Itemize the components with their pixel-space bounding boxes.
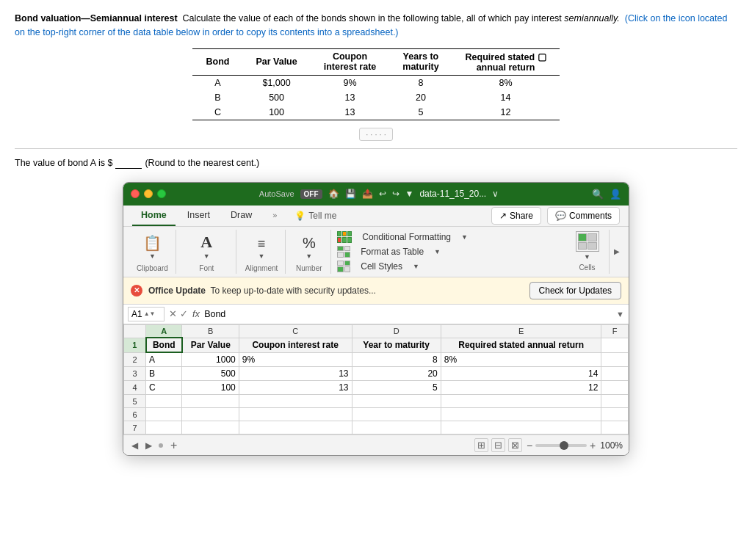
col-header-f[interactable]: F	[601, 324, 629, 338]
tab-draw[interactable]: Draw	[222, 206, 261, 226]
cell-a1[interactable]: Bond	[146, 338, 182, 352]
customize-icon[interactable]: ▼	[405, 189, 414, 199]
conditional-formatting-dropdown[interactable]: ▼	[461, 233, 468, 241]
cell-b1[interactable]: Par Value	[182, 338, 239, 352]
tab-more[interactable]: »	[264, 206, 286, 225]
alignment-dropdown[interactable]: ▼	[258, 252, 265, 260]
cell-e2[interactable]: 8%	[441, 352, 601, 367]
cell-d4[interactable]: 5	[352, 381, 441, 395]
search-icon[interactable]: 🔍	[592, 189, 604, 200]
cell-b5[interactable]	[182, 395, 239, 408]
minimize-button[interactable]	[144, 189, 153, 198]
col-header-d[interactable]: D	[352, 324, 441, 338]
alignment-button[interactable]: ≡ ▼	[255, 235, 269, 261]
clipboard-dropdown[interactable]: ▼	[149, 252, 156, 260]
tab-home[interactable]: Home	[132, 206, 176, 226]
maximize-button[interactable]	[157, 189, 166, 198]
update-bar-close-button[interactable]: ✕	[131, 285, 142, 297]
cell-styles-dropdown[interactable]: ▼	[413, 263, 419, 270]
col-header-c[interactable]: C	[239, 324, 352, 338]
comments-button[interactable]: 💬 Comments	[547, 207, 620, 225]
cell-f4[interactable]	[601, 381, 629, 395]
confirm-formula-icon[interactable]: ✓	[180, 308, 188, 319]
add-sheet-button[interactable]: +	[167, 439, 180, 452]
formula-bar-expand-icon[interactable]: ▼	[616, 310, 624, 319]
cell-b7[interactable]	[182, 421, 239, 434]
cell-e5[interactable]	[441, 395, 601, 408]
sheet-prev-icon[interactable]: ◀	[129, 440, 140, 451]
zoom-out-button[interactable]: −	[527, 440, 532, 451]
cell-f2[interactable]	[601, 352, 629, 367]
cell-a4[interactable]: C	[146, 381, 182, 395]
redo-icon[interactable]: ↪	[392, 189, 400, 199]
cell-c4[interactable]: 13	[239, 381, 352, 395]
cell-styles-button[interactable]: Cell Styles	[356, 260, 407, 273]
cell-f1[interactable]	[601, 338, 629, 352]
font-dropdown[interactable]: ▼	[203, 252, 210, 260]
user-icon[interactable]: 👤	[610, 189, 621, 200]
undo-icon[interactable]: ↩	[379, 189, 386, 199]
share-button[interactable]: ↗ Share	[491, 207, 541, 225]
cell-c7[interactable]	[239, 421, 352, 434]
cell-c1[interactable]: Coupon interest rate	[239, 338, 352, 352]
save-icon[interactable]: 💾	[345, 189, 356, 199]
cells-dropdown[interactable]: ▼	[584, 253, 590, 261]
cell-b4[interactable]: 100	[182, 381, 239, 395]
tell-me[interactable]: 💡 Tell me	[294, 211, 336, 221]
cell-e1[interactable]: Required stated annual return	[441, 338, 601, 352]
cell-c6[interactable]	[239, 408, 352, 421]
clipboard-button[interactable]: 📋 ▼	[140, 233, 164, 261]
cell-d7[interactable]	[352, 421, 441, 434]
cell-reference-box[interactable]: A1 ▲▼	[128, 307, 164, 321]
format-table-dropdown[interactable]: ▼	[434, 248, 441, 255]
number-dropdown[interactable]: ▼	[306, 252, 312, 260]
normal-view-icon[interactable]: ⊞	[474, 438, 488, 452]
tab-insert[interactable]: Insert	[178, 206, 219, 226]
cell-c3[interactable]: 13	[239, 367, 352, 381]
col-header-b[interactable]: B	[182, 324, 239, 338]
cell-b6[interactable]	[182, 408, 239, 421]
cell-e6[interactable]	[441, 408, 601, 421]
col-header-a[interactable]: A	[146, 324, 182, 338]
home-icon[interactable]: 🏠	[328, 189, 339, 199]
autosave-toggle[interactable]: OFF	[300, 189, 322, 199]
font-button[interactable]: A ▼	[198, 231, 215, 261]
cell-c2[interactable]: 9%	[239, 352, 352, 367]
cell-d2[interactable]: 8	[352, 352, 441, 367]
cell-d6[interactable]	[352, 408, 441, 421]
cell-a7[interactable]	[146, 421, 182, 434]
sheet-next-icon[interactable]: ▶	[143, 440, 154, 451]
zoom-in-button[interactable]: +	[590, 440, 596, 451]
copy-spreadsheet-icon[interactable]: · · · · ·	[359, 128, 393, 141]
cell-a3[interactable]: B	[146, 367, 182, 381]
ribbon-expand[interactable]: ▶	[611, 230, 623, 274]
share2-icon[interactable]: 📤	[362, 189, 373, 199]
cell-d3[interactable]: 20	[352, 367, 441, 381]
cell-e4[interactable]: 12	[441, 381, 601, 395]
conditional-formatting-button[interactable]: Conditional Formatting	[358, 230, 455, 244]
cell-a2[interactable]: A	[146, 352, 182, 367]
cell-a5[interactable]	[146, 395, 182, 408]
check-updates-button[interactable]: Check for Updates	[529, 282, 621, 299]
cell-e7[interactable]	[441, 421, 601, 434]
format-as-table-button[interactable]: Format as Table	[356, 245, 428, 258]
cell-f7[interactable]	[601, 421, 629, 434]
cell-a6[interactable]	[146, 408, 182, 421]
zoom-slider[interactable]	[535, 444, 587, 447]
cell-f6[interactable]	[601, 408, 629, 421]
page-break-icon[interactable]: ⊠	[508, 438, 522, 452]
page-layout-icon[interactable]: ⊟	[491, 438, 505, 452]
cell-c5[interactable]	[239, 395, 352, 408]
col-header-e[interactable]: E	[441, 324, 601, 338]
cell-d1[interactable]: Year to maturity	[352, 338, 441, 352]
cell-e3[interactable]: 14	[441, 367, 601, 381]
cell-b2[interactable]: 1000	[182, 352, 239, 367]
cell-f5[interactable]	[601, 395, 629, 408]
close-button[interactable]	[131, 189, 140, 198]
cancel-formula-icon[interactable]: ✕	[169, 308, 177, 319]
cell-f3[interactable]	[601, 367, 629, 381]
cell-d5[interactable]	[352, 395, 441, 408]
file-dropdown-icon[interactable]: ∨	[492, 189, 499, 199]
formula-input[interactable]	[204, 309, 612, 319]
bond-value-input[interactable]	[115, 158, 142, 169]
